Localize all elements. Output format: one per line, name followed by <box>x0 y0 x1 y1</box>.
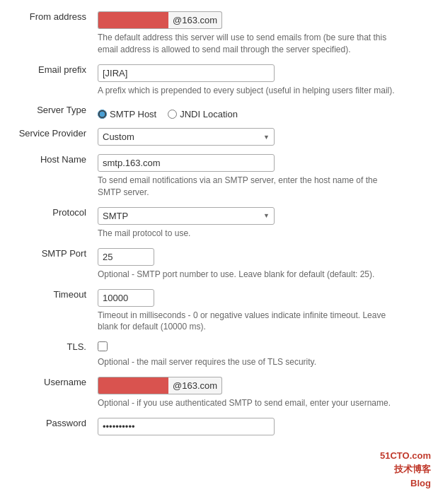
service-provider-select-wrapper: Custom Gmail Yahoo Hotmail <box>98 128 275 146</box>
smtp-host-radio-text: SMTP Host <box>110 109 156 119</box>
smtp-port-hint: Optional - SMTP port number to use. Leav… <box>98 269 402 281</box>
password-field-cell <box>92 414 438 440</box>
tls-checkbox[interactable] <box>98 341 108 351</box>
protocol-row: Protocol SMTP SMTPS The mail protocol to… <box>0 203 438 244</box>
settings-form: From address @163.com The default addres… <box>0 7 438 440</box>
from-address-row: From address @163.com The default addres… <box>0 7 438 60</box>
password-input[interactable] <box>98 418 275 435</box>
from-address-hint: The default address this server will use… <box>98 32 402 56</box>
smtp-port-label: SMTP Port <box>0 244 92 285</box>
host-name-hint: To send email notifications via an SMTP … <box>98 175 402 199</box>
host-name-field-cell: To send email notifications via an SMTP … <box>92 150 438 203</box>
timeout-row: Timeout Timeout in milliseconds - 0 or n… <box>0 285 438 338</box>
protocol-field-cell: SMTP SMTPS The mail protocol to use. <box>92 203 438 244</box>
timeout-hint: Timeout in milliseconds - 0 or negative … <box>98 310 402 334</box>
tls-row: TLS. Optional - the mail server requires… <box>0 337 438 373</box>
email-prefix-label: Email prefix <box>0 60 92 101</box>
email-prefix-hint: A prefix which is prepended to every sub… <box>98 85 402 97</box>
service-provider-label: Service Provider <box>0 124 92 150</box>
smtp-host-radio[interactable] <box>98 110 107 119</box>
watermark-line3: Blog <box>380 476 431 491</box>
server-type-label: Server Type <box>0 100 92 124</box>
timeout-field-cell: Timeout in milliseconds - 0 or negative … <box>92 285 438 338</box>
server-type-row: Server Type SMTP Host JNDI Location <box>0 100 438 124</box>
username-row: Username @163.com Optional - if you use … <box>0 373 438 414</box>
username-label: Username <box>0 373 92 414</box>
service-provider-field-cell: Custom Gmail Yahoo Hotmail <box>92 124 438 150</box>
from-address-suffix: @163.com <box>168 11 222 29</box>
username-input-group: @163.com <box>98 377 432 394</box>
protocol-hint: The mail protocol to use. <box>98 228 402 240</box>
password-row: Password <box>0 414 438 440</box>
username-input[interactable] <box>98 377 168 394</box>
from-address-label: From address <box>0 7 92 60</box>
smtp-port-field-cell: Optional - SMTP port number to use. Leav… <box>92 244 438 285</box>
tls-field-cell: Optional - the mail server requires the … <box>92 337 438 373</box>
username-suffix: @163.com <box>168 377 222 394</box>
watermark-line2: 技术博客 <box>380 462 431 476</box>
jndi-location-radio-label[interactable]: JNDI Location <box>168 109 238 119</box>
host-name-input[interactable] <box>98 154 275 172</box>
email-prefix-input[interactable] <box>98 64 275 82</box>
from-address-input[interactable] <box>98 11 168 29</box>
email-prefix-row: Email prefix A prefix which is prepended… <box>0 60 438 101</box>
username-field-cell: @163.com Optional - if you use authentic… <box>92 373 438 414</box>
tls-hint: Optional - the mail server requires the … <box>98 356 402 368</box>
protocol-label: Protocol <box>0 203 92 244</box>
protocol-select-wrapper: SMTP SMTPS <box>98 207 275 225</box>
timeout-label: Timeout <box>0 285 92 338</box>
tls-label: TLS. <box>0 337 92 373</box>
smtp-port-row: SMTP Port Optional - SMTP port number to… <box>0 244 438 285</box>
host-name-row: Host Name To send email notifications vi… <box>0 150 438 203</box>
service-provider-select[interactable]: Custom Gmail Yahoo Hotmail <box>98 128 275 146</box>
smtp-port-input[interactable] <box>98 248 154 266</box>
from-address-field-cell: @163.com The default address this server… <box>92 7 438 60</box>
host-name-label: Host Name <box>0 150 92 203</box>
service-provider-row: Service Provider Custom Gmail Yahoo Hotm… <box>0 124 438 150</box>
watermark: 51CTO.com 技术博客 Blog <box>380 449 431 491</box>
email-prefix-field-cell: A prefix which is prepended to every sub… <box>92 60 438 101</box>
timeout-input[interactable] <box>98 289 154 307</box>
jndi-location-radio[interactable] <box>168 110 177 119</box>
server-type-field-cell: SMTP Host JNDI Location <box>92 100 438 124</box>
password-label: Password <box>0 414 92 440</box>
watermark-line1: 51CTO.com <box>380 449 431 463</box>
smtp-host-radio-label[interactable]: SMTP Host <box>98 109 156 119</box>
protocol-select[interactable]: SMTP SMTPS <box>98 207 275 225</box>
from-address-input-group: @163.com <box>98 11 432 29</box>
server-type-radio-group: SMTP Host JNDI Location <box>98 105 432 119</box>
jndi-location-radio-text: JNDI Location <box>180 109 238 119</box>
username-hint: Optional - if you use authenticated SMTP… <box>98 397 402 409</box>
